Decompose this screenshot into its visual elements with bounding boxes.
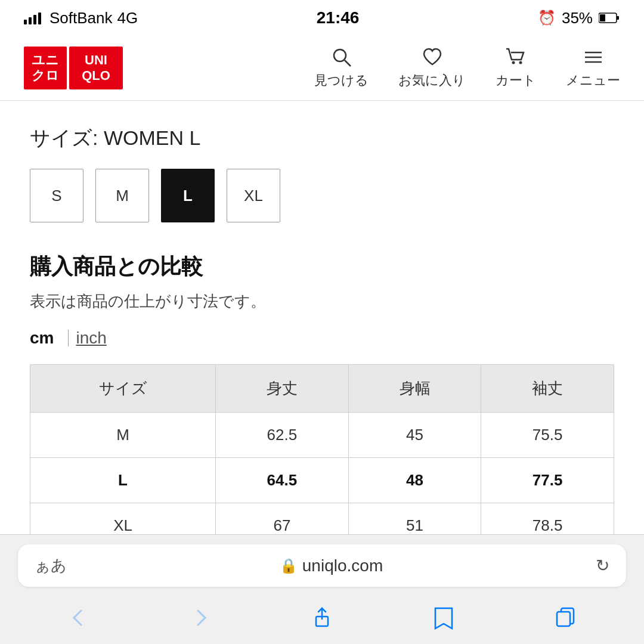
nav-menu-label: メニュー bbox=[566, 72, 620, 89]
forward-button[interactable] bbox=[185, 602, 216, 633]
svg-text:ユニ: ユニ bbox=[32, 52, 59, 67]
network-label: 4G bbox=[117, 9, 138, 27]
tabs-icon bbox=[553, 606, 577, 630]
nav-cart[interactable]: カート bbox=[496, 47, 536, 89]
svg-rect-13 bbox=[557, 612, 570, 626]
status-left: SoftBank 4G bbox=[24, 9, 138, 27]
back-button[interactable] bbox=[63, 602, 94, 633]
tabs-button[interactable] bbox=[550, 602, 581, 633]
col-header-sleeve: 袖丈 bbox=[481, 365, 614, 413]
heart-icon bbox=[422, 47, 443, 68]
nav-search-label: 見つける bbox=[314, 72, 369, 89]
nav-menu[interactable]: メニュー bbox=[566, 47, 620, 89]
time-label: 21:46 bbox=[317, 8, 360, 27]
reload-button[interactable]: ↻ bbox=[596, 556, 609, 575]
nav-icons: 見つける お気に入り カート メニュー bbox=[314, 47, 620, 89]
alarm-icon: ⏰ bbox=[538, 10, 556, 26]
nav-favorite-label: お気に入り bbox=[398, 72, 466, 89]
cell-sleeve-m: 75.5 bbox=[481, 413, 614, 458]
comparison-description: 表示は商品の仕上がり寸法です。 bbox=[30, 291, 614, 312]
unit-divider bbox=[68, 330, 69, 346]
carrier-label: SoftBank bbox=[49, 9, 113, 27]
url-center: 🔒 uniqlo.com bbox=[280, 556, 383, 575]
share-button[interactable] bbox=[306, 602, 338, 633]
size-buttons: S M L XL bbox=[30, 169, 614, 222]
status-right: ⏰ 35% bbox=[538, 9, 620, 27]
browser-toolbar bbox=[18, 594, 626, 644]
size-btn-s[interactable]: S bbox=[30, 169, 83, 222]
battery-label: 35% bbox=[562, 9, 593, 27]
svg-point-8 bbox=[519, 61, 522, 64]
table-row: M 62.5 45 75.5 bbox=[30, 413, 614, 458]
cell-sleeve-l: 77.5 bbox=[481, 458, 614, 503]
back-icon bbox=[67, 606, 91, 630]
share-icon bbox=[310, 606, 334, 630]
size-table: サイズ 身丈 身幅 袖丈 M 62.5 45 75.5 L 64.5 48 77… bbox=[30, 364, 614, 549]
unit-toggle: cm inch bbox=[30, 329, 614, 348]
logo[interactable]: ユニ クロ UNI QLO bbox=[24, 47, 123, 89]
svg-line-6 bbox=[345, 60, 351, 66]
table-row-selected: L 64.5 48 77.5 bbox=[30, 458, 614, 503]
nav-favorite[interactable]: お気に入り bbox=[398, 47, 466, 89]
unit-inch-label[interactable]: inch bbox=[76, 329, 106, 348]
cell-size-l: L bbox=[30, 458, 216, 503]
font-label: ぁあ bbox=[35, 555, 67, 576]
svg-point-7 bbox=[512, 61, 515, 64]
svg-text:クロ: クロ bbox=[32, 68, 59, 83]
signal-icon bbox=[24, 11, 41, 24]
table-header-row: サイズ 身丈 身幅 袖丈 bbox=[30, 365, 614, 413]
cell-length-l: 64.5 bbox=[216, 458, 349, 503]
size-btn-xl[interactable]: XL bbox=[227, 169, 280, 222]
battery-icon bbox=[599, 12, 620, 24]
col-header-length: 身丈 bbox=[216, 365, 349, 413]
svg-rect-1 bbox=[617, 16, 619, 20]
comparison-title: 購入商品との比較 bbox=[30, 252, 614, 281]
col-header-width: 身幅 bbox=[348, 365, 481, 413]
cell-width-l: 48 bbox=[348, 458, 481, 503]
size-title: サイズ: WOMEN L bbox=[30, 125, 614, 152]
cell-size-m: M bbox=[30, 413, 216, 458]
menu-icon bbox=[583, 47, 604, 68]
status-bar: SoftBank 4G 21:46 ⏰ 35% bbox=[0, 0, 644, 36]
header: ユニ クロ UNI QLO 見つける お気に入り bbox=[0, 36, 644, 101]
logo-latin: UNI QLO bbox=[69, 47, 123, 89]
forward-icon bbox=[188, 606, 212, 630]
lock-icon: 🔒 bbox=[280, 558, 298, 574]
col-header-size: サイズ bbox=[30, 365, 216, 413]
size-btn-m[interactable]: M bbox=[95, 169, 149, 222]
nav-cart-label: カート bbox=[496, 72, 536, 89]
cell-width-m: 45 bbox=[348, 413, 481, 458]
cart-icon bbox=[505, 47, 527, 68]
unit-cm-label: cm bbox=[30, 329, 61, 348]
svg-point-5 bbox=[334, 49, 346, 61]
nav-search[interactable]: 見つける bbox=[314, 47, 369, 89]
url-bar[interactable]: ぁあ 🔒 uniqlo.com ↻ bbox=[18, 544, 626, 587]
browser-bar: ぁあ 🔒 uniqlo.com ↻ bbox=[0, 534, 644, 644]
bookmarks-icon bbox=[432, 606, 456, 630]
size-btn-l[interactable]: L bbox=[161, 169, 215, 222]
cell-length-m: 62.5 bbox=[216, 413, 349, 458]
svg-rect-2 bbox=[600, 14, 605, 21]
url-text: uniqlo.com bbox=[302, 556, 383, 575]
search-icon bbox=[331, 47, 352, 68]
bookmarks-button[interactable] bbox=[428, 602, 459, 633]
logo-kana: ユニ クロ bbox=[24, 47, 67, 89]
